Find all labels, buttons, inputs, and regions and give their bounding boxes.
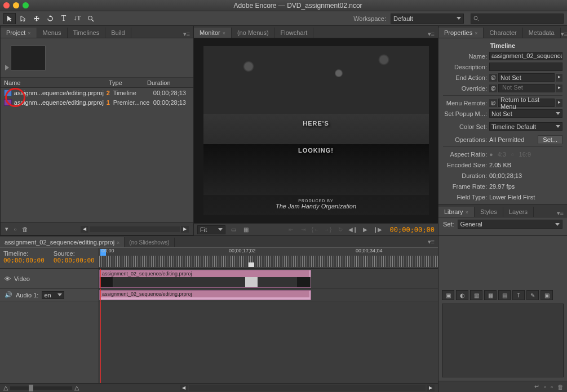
tab-timelines[interactable]: Timelines (68, 28, 106, 38)
go-arrow-icon[interactable]: ▸ (556, 74, 562, 82)
panel-menu-icon[interactable]: ▾≡ (561, 30, 567, 38)
selection-tool[interactable] (3, 13, 16, 24)
audio-clip[interactable]: assignment_02_sequence/editing.prproj (99, 290, 311, 300)
horizontal-scrollbar[interactable]: ◀ ▶ (81, 226, 189, 233)
panel-menu-icon[interactable]: ▾≡ (428, 30, 438, 38)
library-set-select[interactable]: General (458, 220, 562, 229)
monitor-timecode[interactable]: 00;00;00;00 (390, 226, 435, 234)
zoom-slider[interactable] (10, 386, 72, 390)
close-icon[interactable]: × (223, 30, 225, 36)
tab-metadata[interactable]: Metadata (523, 28, 561, 38)
name-field[interactable]: assignment_02_sequence/ed (489, 52, 562, 60)
timeline-empty-area[interactable] (99, 301, 438, 383)
pickwhip-icon[interactable]: @ (489, 84, 497, 92)
tab-layers[interactable]: Layers (503, 207, 534, 217)
minimize-window-button[interactable] (13, 2, 19, 8)
new-item-icon[interactable]: ▫ (551, 384, 553, 390)
trash-icon[interactable]: 🗑 (22, 226, 28, 233)
search-input[interactable] (471, 14, 564, 24)
column-type[interactable]: Type (109, 79, 147, 86)
panel-menu-icon[interactable]: ▾≡ (557, 210, 567, 217)
project-item-row[interactable]: assignm...equence/editing.prproj 1 Premi… (1, 97, 193, 107)
out-point-icon[interactable]: →} (324, 226, 333, 233)
tab-styles[interactable]: Styles (475, 207, 503, 217)
trash-icon[interactable]: 🗑 (557, 384, 564, 390)
override-select[interactable]: Not Set (498, 84, 555, 92)
audio-track-body[interactable]: assignment_02_sequence/editing.prproj (99, 289, 438, 301)
scroll-left-icon[interactable]: ◀ (81, 226, 88, 233)
end-action-select[interactable]: Not Set (498, 73, 555, 82)
tab-properties[interactable]: Properties× (438, 28, 484, 38)
chapter-marker-icon[interactable] (249, 262, 254, 267)
filter-layersets-icon[interactable]: ▤ (498, 290, 511, 300)
tab-no-slideshows[interactable]: (no Slideshows) (125, 238, 174, 247)
ruler-icon[interactable]: ▦ (241, 226, 250, 233)
filter-shapes-icon[interactable]: ✎ (526, 290, 539, 300)
close-icon[interactable]: × (475, 30, 477, 36)
direct-select-tool[interactable] (17, 13, 29, 24)
tab-monitor[interactable]: Monitor× (194, 28, 232, 38)
timeline-tab[interactable]: assignment_02_sequence/editing.prproj× (0, 237, 125, 247)
filter-icon[interactable]: ▾ (5, 225, 8, 233)
filter-text-icon[interactable]: T (512, 290, 525, 300)
scroll-right-icon[interactable]: ▶ (181, 226, 189, 233)
speaker-icon[interactable]: 🔊 (5, 291, 12, 299)
close-icon[interactable]: × (28, 30, 30, 36)
loop-icon[interactable]: ↻ (336, 226, 345, 233)
aspect-ratio-toggle[interactable]: ●4:3 ○16:9 (489, 151, 531, 158)
panel-menu-icon[interactable]: ▾≡ (183, 30, 193, 38)
menu-remote-select[interactable]: Return to Last Menu (498, 99, 555, 107)
zoom-in-icon[interactable]: △ (74, 384, 79, 391)
in-point-icon[interactable]: {← (311, 226, 320, 233)
set-popup-select[interactable]: Not Set (489, 109, 562, 118)
filter-images-icon[interactable]: ▧ (470, 290, 482, 300)
eye-icon[interactable]: 👁 (5, 275, 11, 282)
move-tool[interactable] (30, 13, 43, 24)
safe-margins-icon[interactable]: ▭ (229, 226, 238, 233)
maximize-window-button[interactable] (23, 2, 29, 8)
go-arrow-icon[interactable]: ▸ (556, 84, 562, 92)
close-icon[interactable]: × (117, 240, 119, 246)
tab-menus[interactable]: Menus (37, 28, 68, 38)
play-button[interactable]: ▶ (361, 226, 370, 233)
text-tool[interactable]: T (57, 13, 70, 24)
color-set-select[interactable]: Timeline Default (489, 122, 562, 131)
zoom-tool[interactable] (85, 13, 97, 24)
filter-buttons-icon[interactable]: ◐ (456, 290, 468, 300)
tab-project[interactable]: Project× (1, 28, 37, 38)
timeline-scrollbar[interactable]: ◀▶ (180, 385, 435, 391)
filter-backgrounds-icon[interactable]: ▦ (484, 290, 497, 300)
rotate-tool[interactable] (44, 13, 56, 24)
description-field[interactable] (489, 63, 562, 71)
vertical-text-tool[interactable]: ↓T (71, 13, 83, 24)
next-frame-button[interactable]: ❙▶ (373, 226, 382, 233)
filter-replacement-icon[interactable]: ▣ (541, 290, 553, 300)
zoom-fit-select[interactable]: Fit (197, 225, 225, 234)
filter-menus-icon[interactable]: ▣ (442, 290, 454, 300)
new-folder-icon[interactable]: ▫ (544, 384, 546, 390)
play-icon[interactable] (5, 65, 9, 70)
operations-set-button[interactable]: Set... (538, 135, 562, 144)
step-back-icon[interactable]: ⇤ (286, 226, 295, 233)
pickwhip-icon[interactable]: @ (489, 74, 497, 82)
column-duration[interactable]: Duration (147, 79, 184, 86)
project-item-row[interactable]: assignm...equence/editing.prproj 2 Timel… (1, 88, 193, 97)
tab-character[interactable]: Character (484, 28, 522, 38)
timeline-timecode[interactable]: 00;00;00;00 (3, 257, 45, 264)
place-icon[interactable]: ↵ (534, 383, 539, 390)
prev-frame-button[interactable]: ◀❙ (348, 226, 357, 233)
timeline-ruler[interactable]: 00;00 00;00;17;02 00;00;34;04 (99, 248, 438, 268)
video-track-body[interactable]: assignment_02_sequence/editing.prproj (99, 269, 438, 288)
step-fwd-icon[interactable]: ⇥ (299, 226, 308, 233)
tab-no-menus[interactable]: (no Menus) (232, 28, 275, 38)
pickwhip-icon[interactable]: @ (489, 99, 497, 107)
source-timecode[interactable]: 00;00;00;00 (54, 257, 95, 264)
tab-flowchart[interactable]: Flowchart (275, 28, 314, 38)
tab-build[interactable]: Build (105, 28, 131, 38)
audio-language-select[interactable]: en (42, 291, 64, 299)
video-clip[interactable]: assignment_02_sequence/editing.prproj (99, 270, 311, 288)
column-name[interactable]: Name (4, 79, 109, 86)
close-window-button[interactable] (3, 2, 10, 8)
panel-menu-icon[interactable]: ▾≡ (424, 237, 438, 247)
zoom-out-icon[interactable]: △ (3, 384, 8, 391)
